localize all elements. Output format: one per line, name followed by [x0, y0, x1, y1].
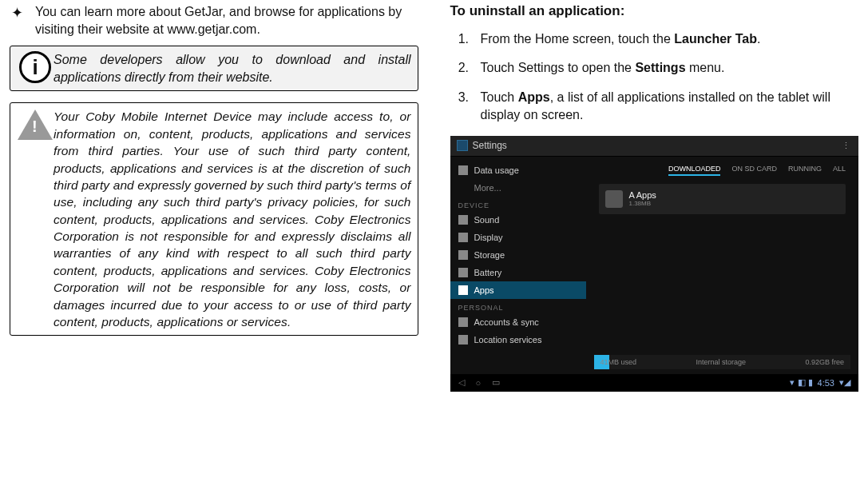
app-size: 1.38MB [629, 200, 656, 207]
bullet-star-icon: ✦ [10, 3, 24, 38]
sidebar-item-battery[interactable]: Battery [450, 264, 586, 281]
location-icon [458, 335, 468, 345]
sidebar-head-device: DEVICE [450, 197, 586, 211]
recents-icon[interactable]: ▭ [492, 377, 500, 388]
storage-used: 41MB used [600, 358, 637, 366]
sidebar-item-sound[interactable]: Sound [450, 211, 586, 229]
apps-icon [458, 285, 468, 295]
apps-tabs: DOWNLOADED ON SD CARD RUNNING ALL [591, 161, 854, 179]
settings-sidebar: Data usage More... DEVICE Sound Display … [450, 157, 586, 374]
sidebar-head-personal: PERSONAL [450, 299, 586, 313]
bullet-text: You can learn more about GetJar, and bro… [35, 3, 418, 38]
app-list-item[interactable]: A Apps 1.38MB [599, 184, 846, 214]
steps-list: From the Home screen, touch the Launcher… [450, 30, 859, 125]
clock: 4:53 [818, 378, 834, 388]
step-1: From the Home screen, touch the Launcher… [473, 30, 859, 48]
warning-note-box: Your Coby Mobile Internet Device may inc… [10, 102, 418, 336]
settings-screenshot: Settings ⋮ Data usage More... DEVICE Sou… [450, 136, 859, 392]
app-name: A Apps [629, 190, 656, 200]
back-icon[interactable]: ◁ [458, 377, 465, 388]
info-note-text: Some developers allow you to download an… [54, 51, 411, 86]
storage-icon [458, 250, 468, 260]
menu-icon: ⋮ [842, 141, 852, 151]
sidebar-item-display[interactable]: Display [450, 229, 586, 246]
uninstall-heading: To uninstall an application: [450, 3, 859, 19]
bullet-getjar: ✦ You can learn more about GetJar, and b… [10, 3, 418, 38]
step-3: Touch Apps, a list of all applications i… [473, 89, 859, 125]
battery-icon [458, 268, 468, 277]
sidebar-item-data-usage[interactable]: Data usage [450, 161, 586, 179]
sound-icon [458, 215, 468, 225]
sidebar-item-accounts[interactable]: Accounts & sync [450, 313, 586, 331]
tab-running[interactable]: RUNNING [788, 165, 822, 176]
warning-note-text: Your Coby Mobile Internet Device may inc… [54, 108, 411, 330]
storage-label: Internal storage [696, 358, 746, 366]
screenshot-title: Settings [473, 140, 507, 151]
sync-icon [458, 317, 468, 327]
home-icon[interactable]: ○ [476, 378, 482, 388]
display-icon [458, 233, 468, 242]
storage-free: 0.92GB free [805, 358, 844, 366]
wifi-icon: ▾◢ [839, 377, 850, 388]
sidebar-item-location[interactable]: Location services [450, 331, 586, 349]
tab-sdcard[interactable]: ON SD CARD [731, 165, 777, 176]
storage-bar: 41MB used Internal storage 0.92GB free [594, 355, 851, 369]
warning-icon [17, 108, 54, 330]
info-note-box: i Some developers allow you to download … [10, 46, 418, 91]
tab-all[interactable]: ALL [833, 165, 846, 176]
sidebar-item-more[interactable]: More... [450, 179, 586, 197]
screenshot-titlebar: Settings ⋮ [450, 136, 859, 157]
step-2: Touch Settings to open the Settings menu… [473, 59, 859, 77]
status-icons: ▾ ◧ ▮ [790, 377, 812, 388]
data-icon [458, 165, 468, 175]
sidebar-item-storage[interactable]: Storage [450, 246, 586, 264]
tab-downloaded[interactable]: DOWNLOADED [668, 165, 721, 176]
settings-app-icon [457, 140, 468, 151]
system-navbar: ◁ ○ ▭ ▾ ◧ ▮ 4:53 ▾◢ [450, 374, 859, 392]
info-icon: i [17, 51, 54, 86]
app-icon [605, 190, 623, 208]
sidebar-item-apps[interactable]: Apps [450, 281, 586, 299]
apps-panel: DOWNLOADED ON SD CARD RUNNING ALL A Apps… [586, 157, 859, 374]
